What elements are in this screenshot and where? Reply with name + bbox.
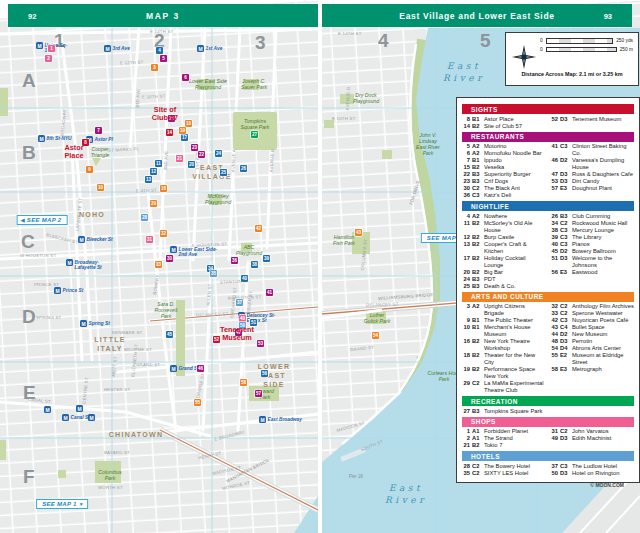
legend-section-arts: ARTS AND CULTURE (462, 292, 634, 302)
page-title: MAP 3 (8, 11, 318, 21)
legend-entry: 43C4Bullet Space (550, 324, 634, 331)
legend-entry: 40C3Pianos (550, 241, 634, 248)
legend-section-nightlife: NIGHTLIFE (462, 201, 634, 211)
legend-entry: 28C2The Bowery Hotel (462, 463, 546, 470)
page-left: 123 ABCDEF E 14TH STE 12TH STE 10TH STST… (0, 0, 318, 533)
legend-entry: 48D3Perrotin (550, 338, 634, 345)
legend-entry: 53D3Dirt Candy (550, 178, 634, 185)
map-book-spread: 123 ABCDEF E 14TH STE 12TH STE 10TH STST… (0, 0, 640, 533)
legend-entry: 26B3Club Cumming (550, 213, 634, 220)
legend-entry: 18B2Theater for the New City (462, 352, 546, 366)
legend-entry: 22B3Superiority Burger (462, 171, 546, 178)
legend-section-restaurants: RESTAURANTS (462, 132, 634, 142)
legend-entry: 11B2McSorley's Old Ale House (462, 220, 546, 234)
legend-entry: 58E3Metrograph (550, 366, 634, 373)
legend-entry: 2A1The Strand (462, 435, 546, 442)
legend-entry: 54D4Abrons Arts Center (550, 345, 634, 352)
legend-entry: 19B2Performance Space New York (462, 366, 546, 380)
legend-entry: 16B2New York Theatre Workshop (462, 338, 546, 352)
legend-entry: 55E2Museum at Eldridge Street (550, 352, 634, 366)
legend-entry: 6A2Momofuku Noodle Bar (462, 150, 546, 157)
scale-row-yards: 0 250 yds (540, 38, 633, 44)
legend-entry: 4A2Nowhere (462, 213, 546, 220)
legend-entry: 23B3Crif Dogs (462, 178, 546, 185)
scale-bar (546, 38, 614, 44)
legend-entry: 17B2Holiday Cocktail Lounge (462, 255, 546, 269)
legend-entry: 27B3Tompkins Square Park (462, 408, 546, 415)
legend-entry: 52D3Tenement Museum (550, 116, 634, 123)
legend-entry: 14B2Site of Club 57 (462, 123, 546, 130)
legend-entry: 38C3Mercury Lounge (550, 227, 634, 234)
scale-caption: Distance Across Map: 2.1 mi or 3.25 km (510, 71, 634, 77)
legend-entry: 36C3Katz's Deli (462, 192, 546, 199)
header-bar-right: East Village and Lower East Side 93 (322, 4, 632, 27)
page-title: East Village and Lower East Side (322, 11, 632, 21)
legend-entry: 5A2Motorino (462, 143, 546, 150)
legend-entry: 46D2Vanessa's Dumpling House (550, 157, 634, 171)
scale-row-meters: 0 250 m (540, 47, 633, 53)
legend-entry: 56E3Eastwood (550, 269, 634, 276)
legend-section-shops: SHOPS (462, 417, 634, 427)
legend-entry: 3A2Upright Citizens Brigade (462, 303, 546, 317)
legend-entry: 7B1Ippudo (462, 157, 546, 164)
legend-entry: 51D3Welcome to the Johnsons (550, 255, 634, 269)
compass-icon (512, 45, 536, 69)
legend-entry: 57E3Doughnut Plant (550, 185, 634, 192)
legend-entry: 8B1Astor Place (462, 116, 546, 123)
legend-entry: 33C2Sperone Westwater (550, 310, 634, 317)
page-number: 93 (604, 12, 612, 21)
legend-entry: 44D2New Museum (550, 331, 634, 338)
legend-entry: 1A1Forbidden Planet (462, 428, 546, 435)
legend-section-hotels: HOTELS (462, 451, 634, 461)
legend-section-sights: SIGHTS (462, 104, 634, 114)
legend-section-recreation: RECREATION (462, 396, 634, 406)
legend-entry: 21B2Tokio 7 (462, 442, 546, 449)
legend-entry: 32C2Anthology Film Archives (550, 303, 634, 310)
scale-box: 0 250 yds 0 250 m Distance Across Map: 2… (505, 32, 639, 86)
legend-entry: 20B2Big Bar (462, 269, 546, 276)
legend-entry: 30C2The Black Ant (462, 185, 546, 192)
copyright: © MOON.COM (590, 482, 624, 488)
legend-entry: 12B2Burp Castle (462, 234, 546, 241)
legend-entry: 41C3Clinton Street Baking Co. (550, 143, 634, 157)
legend-entry: 24B3PDT (462, 276, 546, 283)
legend-entry: 13B2Cooper's Craft & Kitchen (462, 241, 546, 255)
legend-entry: 39C3The Library (550, 234, 634, 241)
legend-entry: 37C3The Ludlow Hotel (550, 463, 634, 470)
legend-entry: 49D3Edith Machinist (550, 435, 634, 442)
legend-entry: 29C2La MaMa Experimental Theatre Club (462, 380, 546, 394)
page-right: 456 E 14TH STE 10TH STAVENUE DCOLUMBIA S… (322, 0, 640, 533)
scale-bar (546, 47, 617, 53)
legend-entry: 10B1Merchant's House Museum (462, 324, 546, 338)
legend-entry: 9B1The Public Theater (462, 317, 546, 324)
legend-entry: 50D3Hotel on Rivington (550, 470, 634, 477)
legend-entry: 25B3Death & Co. (462, 283, 546, 290)
left-map-canvas (0, 0, 318, 533)
header-bar-left: 92 MAP 3 (8, 4, 318, 27)
legend-panel: SIGHTS 8B1Astor Place14B2Site of Club 57… (456, 97, 640, 483)
legend-entry: 15B2Veselka (462, 164, 546, 171)
legend-entry: 35C2SIXTY LES Hotel (462, 470, 546, 477)
legend-entry: 31C2John Varvatos (550, 428, 634, 435)
legend-entry: 45D2Bowery Ballroom (550, 248, 634, 255)
legend-entry: 47D3Russ & Daughters Cafe (550, 171, 634, 178)
legend-entry: 34C2Rockwood Music Hall (550, 220, 634, 227)
legend-entry: 42C3Nuyorican Poets Café (550, 317, 634, 324)
